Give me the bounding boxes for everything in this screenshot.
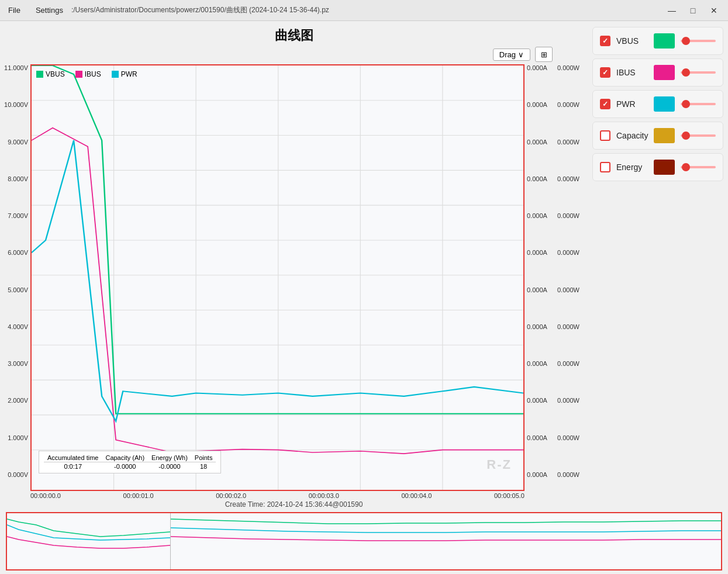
pwr-checkbox[interactable]: ✓ [600, 99, 610, 109]
ibus-slider[interactable] [681, 71, 716, 74]
legend-vbus: VBUS [36, 70, 65, 78]
ibus-sidebar-label: IBUS [616, 68, 648, 77]
legend-ibus-label: IBUS [85, 70, 101, 78]
pwr-sidebar-label: PWR [616, 99, 648, 109]
maximize-button[interactable]: □ [685, 4, 701, 18]
pwr-color-swatch [654, 96, 675, 112]
menu-bar: File Settings [6, 5, 65, 16]
capacity-checkbox[interactable]: ✓ [600, 130, 610, 141]
chart-section: 曲线图 Drag ∨ ⊞ 11.000V [0, 21, 588, 510]
capacity-slider-thumb[interactable] [682, 132, 690, 140]
chart-with-axes: 11.000V 10.000V 9.000V 8.000V 7.000V 6.0… [0, 64, 588, 491]
y-left-0: 0.000V [8, 471, 28, 478]
close-button[interactable]: ✕ [706, 4, 722, 18]
title-bar: File Settings :/Users/Administrator/Docu… [0, 0, 728, 21]
info-header-points: Points [191, 454, 216, 462]
create-time: Create Time: 2024-10-24 15:36:44@001590 [0, 500, 588, 509]
chart-legend: VBUS IBUS PWR [36, 70, 137, 78]
info-value-time: 0:0:17 [44, 462, 102, 471]
legend-ibus: IBUS [75, 70, 101, 78]
y-left-1: 1.000V [8, 434, 28, 441]
legend-vbus-color [36, 71, 43, 78]
info-header-energy: Energy (Wh) [148, 454, 191, 462]
info-box: Accumulated time Capacity (Ah) Energy (W… [39, 451, 221, 473]
vbus-check-mark: ✓ [602, 37, 608, 45]
menu-file[interactable]: File [6, 5, 23, 16]
capacity-color-swatch [654, 128, 675, 143]
y-left-7: 7.000V [8, 212, 28, 219]
ibus-line [32, 128, 523, 454]
vbus-sidebar-label: VBUS [616, 36, 648, 46]
mini-chart[interactable] [6, 512, 722, 570]
capacity-sidebar-label: Capacity [616, 131, 648, 140]
vbus-color-swatch [654, 33, 675, 49]
y-left-4: 4.000V [8, 323, 28, 330]
legend-pwr-color [112, 71, 119, 78]
pwr-line [32, 140, 523, 421]
y-left-3: 3.000V [8, 360, 28, 367]
sidebar-item-energy: ✓ Energy [592, 153, 723, 181]
minimize-button[interactable]: — [664, 4, 680, 18]
title-path: :/Users/Administrator/Documents/powerz/0… [71, 5, 664, 15]
legend-pwr-label: PWR [121, 70, 137, 78]
window-controls: — □ ✕ [664, 4, 722, 18]
info-value-points: 18 [191, 462, 216, 471]
ibus-check-mark: ✓ [602, 68, 608, 77]
chart-title: 曲线图 [0, 21, 588, 47]
y-axis-left: 11.000V 10.000V 9.000V 8.000V 7.000V 6.0… [0, 64, 30, 491]
drag-label: Drag [499, 50, 516, 59]
mini-chart-overview[interactable] [171, 513, 721, 569]
grid-view-button[interactable]: ⊞ [535, 47, 553, 62]
drag-button[interactable]: Drag ∨ [493, 49, 530, 61]
ibus-slider-thumb[interactable] [682, 68, 690, 77]
watermark: R-Z [487, 457, 512, 472]
energy-slider-thumb[interactable] [682, 163, 690, 171]
y-left-10: 10.000V [4, 101, 28, 108]
sidebar-item-pwr: ✓ PWR [592, 90, 723, 118]
vbus-slider[interactable] [681, 40, 716, 42]
capacity-slider-track[interactable] [681, 134, 716, 137]
pwr-slider-thumb[interactable] [682, 100, 690, 108]
pwr-slider[interactable] [681, 103, 716, 105]
info-value-energy: -0.0000 [148, 462, 191, 471]
vbus-slider-thumb[interactable] [682, 37, 690, 45]
energy-slider[interactable] [681, 166, 716, 168]
legend-vbus-label: VBUS [46, 70, 65, 78]
sidebar-item-ibus: ✓ IBUS [592, 58, 723, 87]
sidebar: ✓ VBUS ✓ [588, 21, 728, 510]
x-axis: 00:00:00.0 00:00:01.0 00:00:02.0 00:00:0… [0, 491, 525, 499]
menu-settings[interactable]: Settings [33, 5, 65, 16]
ibus-checkbox[interactable]: ✓ [600, 67, 610, 78]
mini-chart-left-svg [7, 513, 170, 569]
energy-checkbox[interactable]: ✓ [600, 162, 610, 172]
chart-toolbar: Drag ∨ ⊞ [0, 47, 553, 64]
capacity-slider[interactable] [681, 134, 716, 137]
energy-slider-track[interactable] [681, 166, 716, 168]
energy-color-swatch [654, 160, 675, 175]
y-left-6: 6.000V [8, 249, 28, 256]
energy-sidebar-label: Energy [616, 162, 648, 172]
vbus-line [32, 65, 523, 414]
sidebar-item-vbus: ✓ VBUS [592, 27, 723, 55]
info-value-cap: -0.0000 [102, 462, 148, 471]
chart-plot[interactable]: VBUS IBUS PWR [30, 64, 525, 491]
legend-pwr: PWR [112, 70, 137, 78]
y-axis-right-watts: 0.000W 0.000W 0.000W 0.000W 0.000W 0.000… [555, 64, 588, 491]
chart-grid-svg [32, 65, 523, 490]
y-left-11: 11.000V [4, 64, 28, 71]
sidebar-item-capacity: ✓ Capacity [592, 122, 723, 150]
mini-chart-selection[interactable] [7, 513, 171, 569]
ibus-color-swatch [654, 65, 675, 80]
y-left-2: 2.000V [8, 397, 28, 404]
mini-chart-right-svg [171, 513, 721, 569]
chevron-down-icon: ∨ [518, 50, 524, 59]
legend-ibus-color [75, 71, 82, 78]
y-left-8: 8.000V [8, 175, 28, 182]
vbus-checkbox[interactable]: ✓ [600, 36, 610, 46]
y-axis-right-amps: 0.000A 0.000A 0.000A 0.000A 0.000A 0.000… [525, 64, 555, 491]
pwr-slider-track[interactable] [681, 103, 716, 105]
ibus-slider-track[interactable] [681, 71, 716, 74]
app-window: File Settings :/Users/Administrator/Docu… [0, 0, 728, 574]
vbus-slider-track[interactable] [681, 40, 716, 42]
grid-icon: ⊞ [541, 50, 547, 59]
